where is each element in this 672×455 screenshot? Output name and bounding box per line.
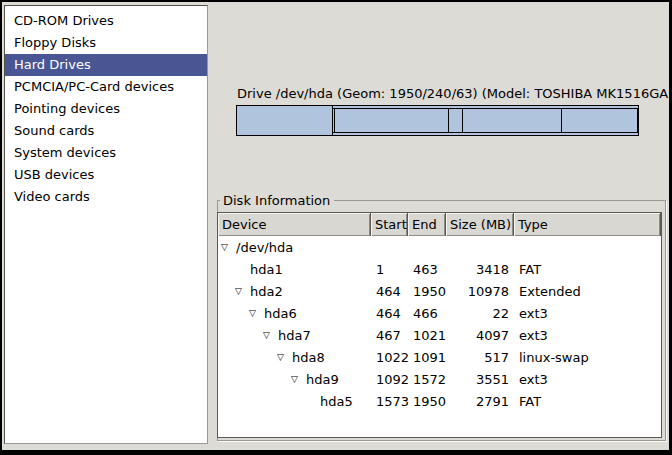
device-cell: ▽/dev/hda [218, 240, 371, 255]
end-cell: 1950 [408, 394, 446, 409]
start-cell: 1092 [371, 372, 408, 387]
start-cell: 1 [371, 262, 408, 277]
expander-open-icon[interactable]: ▽ [249, 308, 261, 318]
device-cell: ▽hda7 [218, 328, 371, 343]
start-cell: 467 [371, 328, 408, 343]
type-cell: Extended [514, 284, 661, 299]
device-name: /dev/hda [236, 240, 293, 255]
sidebar-item-pcmcia-pc-card-devices[interactable]: PCMCIA/PC-Card devices [5, 76, 207, 98]
logical-partition-divider [334, 109, 335, 132]
column-header-type[interactable]: Type [514, 213, 661, 236]
device-cell: ▽hda2 [218, 284, 371, 299]
type-cell: ext3 [514, 306, 661, 321]
device-name: hda1 [250, 262, 283, 277]
type-cell: linux-swap [514, 350, 661, 365]
disk-table-body: ▽/dev/hdahda114633418FAT▽hda246419501097… [218, 236, 661, 412]
partition-bar [236, 105, 639, 136]
sidebar-item-video-cards[interactable]: Video cards [5, 186, 207, 208]
expander-open-icon[interactable]: ▽ [221, 242, 233, 252]
disk-table-header: DeviceStartEndSize (MB)Type [218, 213, 661, 236]
expander-open-icon[interactable]: ▽ [235, 286, 247, 296]
type-cell: ext3 [514, 328, 661, 343]
device-name: hda2 [250, 284, 283, 299]
size-cell: 517 [446, 350, 514, 365]
size-cell: 2791 [446, 394, 514, 409]
end-cell: 466 [408, 306, 446, 321]
sidebar-item-sound-cards[interactable]: Sound cards [5, 120, 207, 142]
expander-open-icon[interactable]: ▽ [277, 352, 289, 362]
sidebar-item-pointing-devices[interactable]: Pointing devices [5, 98, 207, 120]
table-row-hda7[interactable]: ▽hda746710214097ext3 [218, 324, 661, 346]
end-cell: 1021 [408, 328, 446, 343]
size-cell: 4097 [446, 328, 514, 343]
device-cell: ▽hda8 [218, 350, 371, 365]
drive-title: Drive /dev/hda (Geom: 1950/240/63) (Mode… [237, 86, 672, 101]
column-header-end[interactable]: End [408, 213, 446, 236]
end-cell: 1950 [408, 284, 446, 299]
type-cell: FAT [514, 262, 661, 277]
start-cell: 464 [371, 306, 408, 321]
type-cell: ext3 [514, 372, 661, 387]
device-name: hda6 [264, 306, 297, 321]
device-name: hda8 [292, 350, 325, 365]
device-cell: hda5 [218, 394, 371, 409]
disk-information-frame-label: Disk Information [220, 193, 334, 208]
device-cell: hda1 [218, 262, 371, 277]
sidebar-item-cd-rom-drives[interactable]: CD-ROM Drives [5, 10, 207, 32]
logical-partition-divider [561, 109, 562, 132]
table-row-hda1[interactable]: hda114633418FAT [218, 258, 661, 280]
device-name: hda7 [278, 328, 311, 343]
device-cell: ▽hda9 [218, 372, 371, 387]
table-row-hda2[interactable]: ▽hda2464195010978Extended [218, 280, 661, 302]
device-name: hda5 [320, 394, 353, 409]
extended-partition-box [332, 108, 638, 133]
size-cell: 22 [446, 306, 514, 321]
sidebar-item-system-devices[interactable]: System devices [5, 142, 207, 164]
expander-open-icon[interactable]: ▽ [263, 330, 275, 340]
table-row-dev-hda[interactable]: ▽/dev/hda [218, 236, 661, 258]
sidebar-item-floppy-disks[interactable]: Floppy Disks [5, 32, 207, 54]
device-name: hda9 [306, 372, 339, 387]
column-header-start[interactable]: Start [371, 213, 408, 236]
sidebar-item-hard-drives[interactable]: Hard Drives [5, 54, 207, 76]
start-cell: 1022 [371, 350, 408, 365]
size-cell: 10978 [446, 284, 514, 299]
device-cell: ▽hda6 [218, 306, 371, 321]
start-cell: 1573 [371, 394, 408, 409]
logical-partition-divider [462, 109, 463, 132]
sidebar-item-usb-devices[interactable]: USB devices [5, 164, 207, 186]
column-header-size-mb[interactable]: Size (MB) [446, 213, 514, 236]
end-cell: 1091 [408, 350, 446, 365]
expander-open-icon[interactable]: ▽ [291, 374, 303, 384]
start-cell: 464 [371, 284, 408, 299]
disk-table: DeviceStartEndSize (MB)Type ▽/dev/hdahda… [217, 212, 662, 438]
end-cell: 1572 [408, 372, 446, 387]
size-cell: 3551 [446, 372, 514, 387]
column-header-device[interactable]: Device [218, 213, 371, 236]
end-cell: 463 [408, 262, 446, 277]
table-row-hda5[interactable]: hda5157319502791FAT [218, 390, 661, 412]
type-cell: FAT [514, 394, 661, 409]
table-row-hda9[interactable]: ▽hda9109215723551ext3 [218, 368, 661, 390]
table-row-hda6[interactable]: ▽hda646446622ext3 [218, 302, 661, 324]
hardware-browser-window: CD-ROM DrivesFloppy DisksHard DrivesPCMC… [0, 0, 672, 455]
logical-partition-divider [448, 109, 449, 132]
device-category-list: CD-ROM DrivesFloppy DisksHard DrivesPCMC… [4, 5, 208, 444]
size-cell: 3418 [446, 262, 514, 277]
table-row-hda8[interactable]: ▽hda810221091517linux-swap [218, 346, 661, 368]
